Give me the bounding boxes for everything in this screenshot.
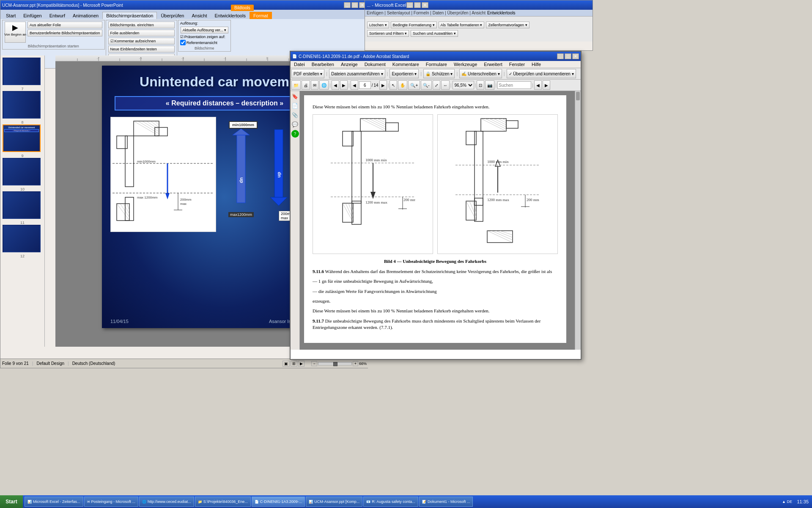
- excel-close-btn[interactable]: ✕: [422, 2, 428, 8]
- pdf-snapshot-btn[interactable]: 📷: [485, 80, 494, 90]
- pdf-menu-bearbeiten[interactable]: Bearbeiten: [308, 61, 337, 68]
- view-buttons[interactable]: ▣ ⊞ ▶: [283, 361, 304, 367]
- pdf-email-btn[interactable]: ✉: [311, 80, 318, 90]
- pdf-dateien-btn[interactable]: Dateien zusammenführen ▾: [329, 69, 385, 78]
- pdf-bookmark-btn[interactable]: 🔖: [291, 93, 299, 100]
- taskbar-ppt[interactable]: 📊 UCM-Asansor.ppt [Komp...: [306, 497, 362, 507]
- pdf-forward-btn[interactable]: ▶: [340, 80, 348, 90]
- pdf-menu-erweitert[interactable]: Erweitert: [480, 61, 505, 68]
- pdf-page-input[interactable]: [359, 81, 371, 89]
- pdf-unterschreiben-btn[interactable]: ✍ Unterschreiben ▾: [459, 69, 502, 78]
- ppt-minimize-btn[interactable]: _: [344, 2, 351, 8]
- kommentar-btn[interactable]: ☑ Kommentar aufzeichnen: [108, 38, 175, 44]
- tab-ansicht[interactable]: Ansicht: [188, 12, 211, 19]
- excel-tabelle-btn[interactable]: Als Tabelle formatieren ▾: [439, 22, 485, 28]
- excel-suchen-btn[interactable]: Suchen und Auswählen ▾: [411, 30, 458, 37]
- excel-maximize-btn[interactable]: □: [414, 2, 421, 8]
- pdf-help-btn[interactable]: ?: [291, 130, 299, 138]
- taskbar-pdf[interactable]: 📄 C-DINEN81-1A3.2009-...: [252, 497, 305, 507]
- pdf-crop-btn[interactable]: ⊡: [477, 80, 484, 90]
- taskbar-word[interactable]: 📝 Dokument1 - Microsoft ...: [419, 497, 473, 507]
- pdf-zoom-in-btn[interactable]: 🔍+: [408, 80, 420, 90]
- tab-start[interactable]: Start: [2, 12, 19, 19]
- excel-sortieren-btn[interactable]: Sortieren und Filtern ▾: [367, 30, 409, 37]
- pdf-menu-werkzeuge[interactable]: Werkzeuge: [450, 61, 480, 68]
- pdf-prev-page-btn[interactable]: ◀: [351, 80, 358, 90]
- pdf-zoom-select[interactable]: 96,5% 50% 75% 100% 125% 150%: [453, 81, 474, 89]
- pdf-menu-dokument[interactable]: Dokument: [361, 61, 389, 68]
- pdf-menu-kommentare[interactable]: Kommentare: [389, 61, 422, 68]
- pdf-print-btn[interactable]: 🖨: [302, 80, 310, 90]
- zoom-plus[interactable]: +: [353, 361, 358, 366]
- pdf-ueberpruefen-btn[interactable]: ✓ Überprüfen und kommentieren ▾: [507, 69, 576, 78]
- pdf-schuetzen-btn[interactable]: 🔒 Schützen ▾: [423, 69, 455, 78]
- pdf-hand-btn[interactable]: ✋: [398, 80, 407, 90]
- pdf-minimize-btn[interactable]: _: [557, 53, 564, 59]
- pdf-folder-btn[interactable]: 📁: [291, 80, 301, 90]
- tab-entwickler[interactable]: Entwicklertools: [211, 12, 250, 19]
- excel-loeschen-btn[interactable]: Löschen ▾: [367, 22, 389, 28]
- pdf-attach-btn[interactable]: 📎: [291, 111, 299, 119]
- pdf-scrollbar-v[interactable]: [575, 91, 581, 350]
- slide-thumb-7[interactable]: [3, 58, 41, 85]
- taskbar-excel[interactable]: 📊 Microsoft Excel - Zeiterfas...: [25, 497, 83, 507]
- tab-bildschirm[interactable]: Bildschirmpräsentation: [102, 12, 157, 19]
- pdf-page-area[interactable]: Diese Werte müssen bei einem bis zu 100 …: [300, 91, 581, 350]
- zoom-minus[interactable]: −: [311, 361, 317, 366]
- von-beginn-btn[interactable]: ▶ Von Beginn an: [5, 22, 26, 43]
- aktueller-folie-btn[interactable]: Aus aktueller Folie: [27, 22, 102, 28]
- ppt-maximize-btn[interactable]: □: [351, 2, 358, 8]
- pdf-search-next-btn[interactable]: ▶: [543, 80, 550, 90]
- pdf-search-input[interactable]: [497, 81, 531, 89]
- pdf-search-prev-btn[interactable]: ◀: [534, 80, 542, 90]
- tab-format[interactable]: Format: [250, 12, 272, 19]
- taskbar-safety[interactable]: 📧 R: Augusta safety conta...: [363, 497, 418, 507]
- pdf-menu-formulare[interactable]: Formulare: [422, 61, 450, 68]
- excel-entwicklertools[interactable]: Entwicklertools: [487, 11, 516, 15]
- pdf-comment-btn[interactable]: 💬: [291, 121, 299, 128]
- view-slide-btn[interactable]: ▶: [298, 361, 304, 367]
- view-normal-btn[interactable]: ▣: [283, 361, 290, 367]
- pdf-browser-btn[interactable]: 🌐: [319, 80, 329, 90]
- zoom-control[interactable]: − + 66%: [311, 361, 367, 366]
- pdf-close-btn[interactable]: ✕: [572, 53, 579, 59]
- pdf-pages-btn[interactable]: 📄: [291, 102, 299, 110]
- pdf-menu-datei[interactable]: Datei: [291, 61, 308, 68]
- pdf-scroll-thumb[interactable]: [576, 92, 580, 100]
- tab-animationen[interactable]: Animationen: [69, 12, 102, 19]
- pdf-exportieren-btn[interactable]: Exportieren ▾: [390, 69, 419, 78]
- start-button[interactable]: Start: [0, 495, 23, 508]
- tab-ueberpruef[interactable]: Überprüfen: [157, 12, 188, 19]
- einblendzeiten-btn[interactable]: Neue Einblendzeiten testen: [108, 46, 175, 52]
- pdf-window-controls[interactable]: _ □ ✕: [557, 53, 579, 59]
- tab-einfuegen[interactable]: Einfügen: [19, 12, 45, 19]
- excel-minimize-btn[interactable]: _: [406, 2, 413, 8]
- pdf-next-page-btn[interactable]: ▶: [379, 80, 387, 90]
- pdf-erstellen-btn[interactable]: PDF erstellen ▾: [291, 69, 324, 78]
- benutzerdefiniert-btn[interactable]: Benutzerdefinierte Bildschirmpräsentatio…: [27, 30, 102, 36]
- excel-zellformat-btn[interactable]: Zellenformatvorlagen ▾: [486, 22, 529, 28]
- pdf-menu-hilfe[interactable]: Hilfe: [528, 61, 544, 68]
- pdf-zoom-out-btn[interactable]: 🔍-: [421, 80, 431, 90]
- slide-thumb-10[interactable]: [3, 158, 41, 185]
- einrichten-btn[interactable]: Bildschirmpräs. einrichten: [108, 22, 175, 28]
- folie-ausblenden-btn[interactable]: Folie ausblenden: [108, 30, 175, 36]
- slide-thumb-12[interactable]: [3, 225, 41, 252]
- taskbar-outlook[interactable]: ✉ Posteingang - Microsoft ...: [84, 497, 139, 507]
- aufloesung-btn[interactable]: Aktuelle Auflösung ver... ▾: [181, 27, 228, 33]
- pdf-maximize-btn[interactable]: □: [565, 53, 571, 59]
- slide-thumb-8[interactable]: [3, 91, 41, 119]
- ppt-window-controls[interactable]: _ □ ✕: [344, 2, 366, 8]
- referentenansicht-checkbox[interactable]: [180, 40, 186, 45]
- pdf-menu-anzeige[interactable]: Anzeige: [337, 61, 361, 68]
- excel-formatierung-btn[interactable]: Bedingte Formatierung ▾: [391, 22, 437, 28]
- pdf-back-btn[interactable]: ◀: [332, 80, 339, 90]
- taskbar-explorer[interactable]: 📁 S:\Projekte\840036_Ene...: [195, 497, 251, 507]
- pdf-select-btn[interactable]: ↖: [390, 80, 397, 90]
- slide-thumb-9[interactable]: Unintended car movement « Required dista…: [3, 124, 41, 152]
- slide-thumb-11[interactable]: [3, 191, 41, 219]
- tab-entwurf[interactable]: Entwurf: [46, 12, 69, 19]
- excel-window-controls[interactable]: _ □ ✕: [406, 2, 428, 8]
- pdf-fit-width-btn[interactable]: ↔: [441, 80, 450, 90]
- pdf-fit-btn[interactable]: ⤢: [433, 80, 440, 90]
